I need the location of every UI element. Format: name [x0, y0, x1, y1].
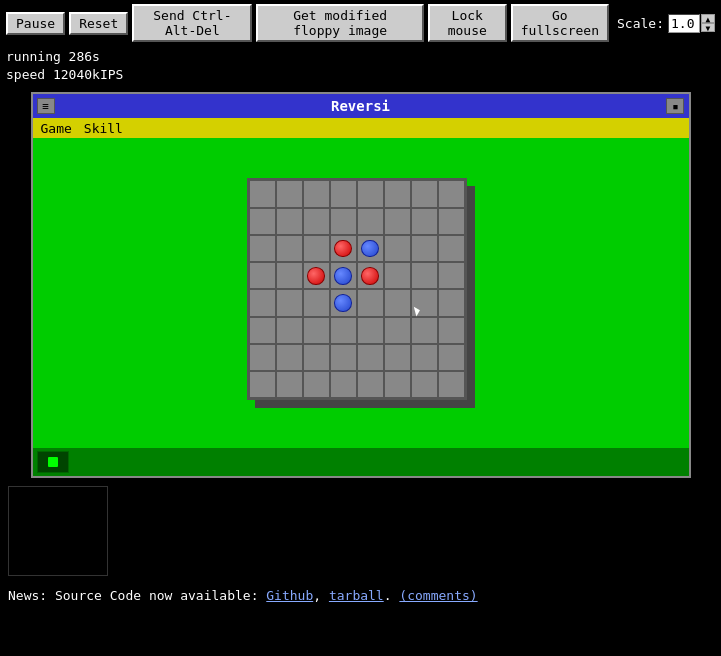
board-cell[interactable]: [411, 208, 438, 235]
board-cell[interactable]: [330, 317, 357, 344]
board-cell[interactable]: [384, 344, 411, 371]
board-cell[interactable]: [303, 208, 330, 235]
board-cell[interactable]: [303, 262, 330, 289]
board-cell[interactable]: [276, 344, 303, 371]
board-cell[interactable]: [384, 317, 411, 344]
board-cell[interactable]: [276, 180, 303, 207]
board-cell[interactable]: [249, 235, 276, 262]
title-bar: ≡ Reversi ▪: [33, 94, 689, 118]
board-cell[interactable]: [249, 317, 276, 344]
reversi-board[interactable]: [247, 178, 467, 400]
status-line1: running 286s: [6, 48, 715, 66]
window-chrome: ≡ Reversi ▪ Game Skill: [31, 92, 691, 478]
board-cell[interactable]: [411, 262, 438, 289]
board-cell[interactable]: [357, 235, 384, 262]
board-cell[interactable]: [303, 289, 330, 316]
board-cell[interactable]: [276, 262, 303, 289]
piece-blue: [334, 267, 352, 285]
board-cell[interactable]: [330, 344, 357, 371]
board-cell[interactable]: [384, 371, 411, 398]
reset-button[interactable]: Reset: [69, 12, 128, 35]
board-cell[interactable]: [249, 344, 276, 371]
game-area[interactable]: [33, 138, 689, 448]
get-floppy-button[interactable]: Get modified floppy image: [256, 4, 423, 42]
board-cell[interactable]: [411, 235, 438, 262]
board-cell[interactable]: [438, 371, 465, 398]
board-cell[interactable]: [276, 235, 303, 262]
board-cell[interactable]: [249, 289, 276, 316]
board-cell[interactable]: [357, 344, 384, 371]
board-cell[interactable]: [411, 289, 438, 316]
board-cell[interactable]: [357, 371, 384, 398]
board-cell[interactable]: [438, 344, 465, 371]
news-link-comments[interactable]: (comments): [399, 588, 477, 603]
scale-input[interactable]: [668, 14, 700, 33]
menu-game[interactable]: Game: [41, 121, 72, 136]
status-line2: speed 12040kIPS: [6, 66, 715, 84]
board-cell[interactable]: [438, 289, 465, 316]
board-cell[interactable]: [330, 180, 357, 207]
board-cell[interactable]: [357, 180, 384, 207]
pause-button[interactable]: Pause: [6, 12, 65, 35]
send-ctrl-alt-del-button[interactable]: Send Ctrl-Alt-Del: [132, 4, 252, 42]
board-cell[interactable]: [330, 208, 357, 235]
board-cell[interactable]: [276, 208, 303, 235]
board-cell[interactable]: [249, 371, 276, 398]
board-cell[interactable]: [384, 235, 411, 262]
status-area: running 286s speed 12040kIPS: [0, 46, 721, 86]
menu-skill[interactable]: Skill: [84, 121, 123, 136]
taskbar-item[interactable]: [37, 451, 69, 473]
lock-mouse-button[interactable]: Lock mouse: [428, 4, 507, 42]
board-cell[interactable]: [438, 235, 465, 262]
board-cell[interactable]: [411, 344, 438, 371]
scale-control: ▲ ▼: [668, 14, 715, 33]
board-cell[interactable]: [384, 262, 411, 289]
piece-red: [361, 267, 379, 285]
piece-red: [334, 240, 352, 258]
board-cell[interactable]: [276, 289, 303, 316]
window-close-button[interactable]: ▪: [666, 98, 684, 114]
board-cell[interactable]: [303, 235, 330, 262]
board-cell[interactable]: [411, 371, 438, 398]
board-cell[interactable]: [357, 317, 384, 344]
board-cell[interactable]: [330, 262, 357, 289]
board-cell[interactable]: [438, 317, 465, 344]
scale-up-arrow[interactable]: ▲: [701, 14, 715, 23]
board-cell[interactable]: [438, 180, 465, 207]
board-cell[interactable]: [303, 317, 330, 344]
news-text: News: Source Code now available:: [8, 588, 266, 603]
board-cell[interactable]: [384, 289, 411, 316]
piece-red: [307, 267, 325, 285]
board-cell[interactable]: [357, 262, 384, 289]
board-cell[interactable]: [249, 208, 276, 235]
board-cell[interactable]: [276, 371, 303, 398]
board-cell[interactable]: [438, 208, 465, 235]
piece-blue: [361, 240, 379, 258]
board-cell[interactable]: [438, 262, 465, 289]
board-cell[interactable]: [384, 180, 411, 207]
mini-preview: [8, 486, 108, 576]
board-cell[interactable]: [330, 371, 357, 398]
go-fullscreen-button[interactable]: Go fullscreen: [511, 4, 609, 42]
board-cell[interactable]: [357, 289, 384, 316]
taskbar-dot: [48, 457, 58, 467]
board-cell[interactable]: [357, 208, 384, 235]
board-container: [247, 178, 475, 408]
board-cell[interactable]: [411, 180, 438, 207]
scale-label: Scale:: [617, 16, 664, 31]
board-cell[interactable]: [384, 208, 411, 235]
news-footer: News: Source Code now available: Github,…: [0, 584, 721, 607]
board-cell[interactable]: [303, 344, 330, 371]
board-cell[interactable]: [303, 180, 330, 207]
window-menu-icon[interactable]: ≡: [37, 98, 55, 114]
board-cell[interactable]: [330, 289, 357, 316]
board-cell[interactable]: [276, 317, 303, 344]
scale-down-arrow[interactable]: ▼: [701, 23, 715, 32]
board-cell[interactable]: [249, 180, 276, 207]
board-cell[interactable]: [249, 262, 276, 289]
news-link-github[interactable]: Github: [266, 588, 313, 603]
news-link-tarball[interactable]: tarball: [329, 588, 384, 603]
board-cell[interactable]: [411, 317, 438, 344]
board-cell[interactable]: [330, 235, 357, 262]
board-cell[interactable]: [303, 371, 330, 398]
